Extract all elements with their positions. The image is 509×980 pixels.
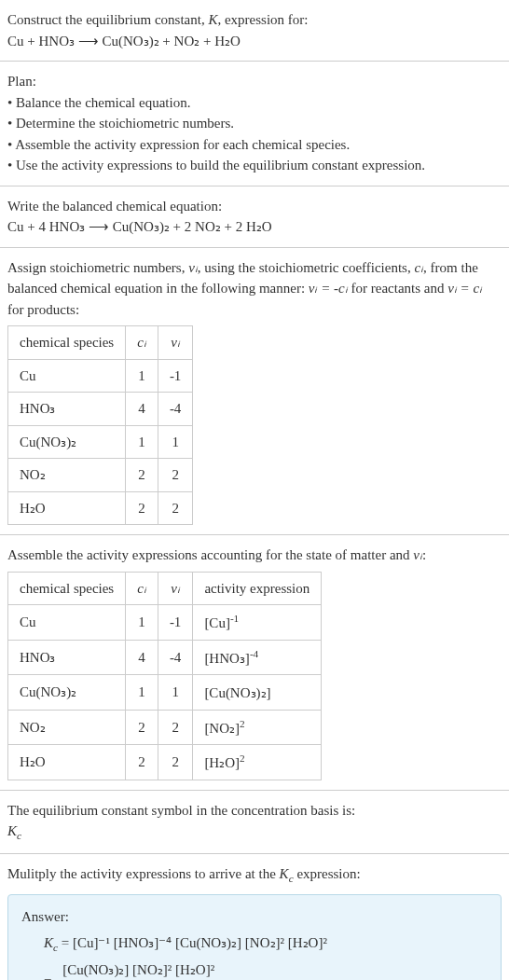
cell-ci: 1 <box>126 425 158 459</box>
expr-base: [HNO₃] <box>204 651 250 666</box>
multiply-pre: Mulitply the activity expressions to arr… <box>7 866 280 881</box>
answer-line1: Kc = [Cu]⁻¹ [HNO₃]⁻⁴ [Cu(NO₃)₂] [NO₂]² [… <box>44 932 488 956</box>
symbol-text: The equilibrium constant symbol in the c… <box>7 800 502 821</box>
table-row: Cu 1 -1 <box>8 359 193 393</box>
table-row: HNO₃ 4 -4 [HNO₃]-4 <box>8 640 322 675</box>
table-header-row: chemical species cᵢ νᵢ <box>8 326 193 360</box>
intro-equation: Cu + HNO₃ ⟶ Cu(NO₃)₂ + NO₂ + H₂O <box>7 31 502 52</box>
cell-species: HNO₃ <box>8 393 126 426</box>
answer-expr1: = [Cu]⁻¹ [HNO₃]⁻⁴ [Cu(NO₃)₂] [NO₂]² [H₂O… <box>58 935 327 950</box>
answer-eq: = <box>44 974 55 980</box>
table-row: HNO₃ 4 -4 <box>8 393 193 426</box>
balanced-heading: Write the balanced chemical equation: <box>7 196 502 217</box>
stoich-text-part: , using the stoichiometric coefficients, <box>198 260 415 275</box>
multiply-section: Mulitply the activity expressions to arr… <box>0 854 509 980</box>
expr-exp: -4 <box>250 648 258 659</box>
balanced-equation: Cu + 4 HNO₃ ⟶ Cu(NO₃)₂ + 2 NO₂ + 2 H₂O <box>7 216 502 238</box>
table-row: Cu 1 -1 [Cu]-1 <box>8 605 322 641</box>
cell-expr: [H₂O]2 <box>193 745 322 780</box>
plan-bullet: • Balance the chemical equation. <box>7 92 502 114</box>
activity-text: Assemble the activity expressions accoun… <box>7 545 502 566</box>
cell-ci: 4 <box>126 640 158 675</box>
cell-ci: 1 <box>126 359 158 393</box>
cell-species: NO₂ <box>8 710 126 745</box>
expr-exp: 2 <box>240 718 245 729</box>
th-ci: cᵢ <box>126 326 158 360</box>
th-ci: cᵢ <box>126 572 158 605</box>
cell-nui: 1 <box>158 675 193 711</box>
balanced-section: Write the balanced chemical equation: Cu… <box>0 186 509 248</box>
multiply-text: Mulitply the activity expressions to arr… <box>7 863 502 887</box>
cell-nui: 2 <box>158 710 193 745</box>
plan-bullet: • Determine the stoichiometric numbers. <box>7 113 502 134</box>
cell-nui: -4 <box>158 393 193 426</box>
cell-ci: 1 <box>126 605 158 641</box>
cell-nui: 2 <box>158 491 193 525</box>
kc-sub: c <box>17 830 21 841</box>
cell-nui: -1 <box>158 605 193 641</box>
stoich-text-part: Assign stoichiometric numbers, <box>7 260 188 275</box>
expr-base: [H₂O] <box>204 755 240 770</box>
cell-nui: -1 <box>158 359 193 393</box>
expr-exp: -1 <box>230 613 239 624</box>
cell-species: Cu <box>8 359 126 393</box>
th-nui: νᵢ <box>158 572 193 605</box>
cell-ci: 2 <box>126 745 158 780</box>
th-species: chemical species <box>8 326 126 360</box>
table-row: Cu(NO₃)₂ 1 1 <box>8 425 193 459</box>
activity-table: chemical species cᵢ νᵢ activity expressi… <box>7 572 322 780</box>
cell-ci: 2 <box>126 459 158 492</box>
stoich-nu: νᵢ <box>188 260 198 275</box>
cell-species: NO₂ <box>8 459 126 492</box>
th-species: chemical species <box>8 572 126 605</box>
cell-expr: [Cu]-1 <box>193 605 322 641</box>
intro-pre: Construct the equilibrium constant, <box>7 12 208 27</box>
plan-bullet: • Assemble the activity expression for e… <box>7 134 502 156</box>
intro-line1: Construct the equilibrium constant, K, e… <box>7 9 502 31</box>
kc-letter: K <box>44 935 53 950</box>
cell-expr: [Cu(NO₃)₂] <box>193 675 322 711</box>
cell-species: H₂O <box>8 745 126 780</box>
activity-section: Assemble the activity expressions accoun… <box>0 535 509 791</box>
intro-section: Construct the equilibrium constant, K, e… <box>0 0 509 62</box>
stoich-section: Assign stoichiometric numbers, νᵢ, using… <box>0 248 509 536</box>
expr-exp: 2 <box>240 752 245 764</box>
multiply-post: expression: <box>294 866 361 881</box>
table-row: NO₂ 2 2 <box>8 459 193 492</box>
stoich-text-part: for products: <box>7 302 79 317</box>
plan-heading: Plan: <box>7 71 502 92</box>
fraction-numerator: [Cu(NO₃)₂] [NO₂]² [H₂O]² <box>59 959 218 980</box>
stoich-eq-react: νᵢ = -cᵢ <box>309 281 348 296</box>
plan-section: Plan: • Balance the chemical equation. •… <box>0 62 509 186</box>
cell-species: H₂O <box>8 491 126 525</box>
cell-species: Cu <box>8 605 126 641</box>
cell-species: HNO₃ <box>8 640 126 675</box>
cell-species: Cu(NO₃)₂ <box>8 675 126 711</box>
symbol-kc: Kc <box>7 821 502 844</box>
answer-label: Answer: <box>21 906 488 928</box>
cell-nui: 2 <box>158 745 193 780</box>
stoich-c: cᵢ <box>414 260 423 275</box>
cell-nui: 1 <box>158 425 193 459</box>
cell-ci: 4 <box>126 393 158 426</box>
activity-nu: νᵢ <box>413 547 422 562</box>
stoich-text-part: for reactants and <box>348 281 447 296</box>
stoich-table: chemical species cᵢ νᵢ Cu 1 -1 HNO₃ 4 -4… <box>7 325 193 525</box>
expr-base: [NO₂] <box>204 721 240 736</box>
cell-expr: [HNO₃]-4 <box>193 640 322 675</box>
cell-ci: 2 <box>126 491 158 525</box>
kc-letter: K <box>280 866 289 881</box>
answer-content: Kc = [Cu]⁻¹ [HNO₃]⁻⁴ [Cu(NO₃)₂] [NO₂]² [… <box>44 932 488 980</box>
cell-species: Cu(NO₃)₂ <box>8 425 126 459</box>
th-expr: activity expression <box>193 572 322 605</box>
answer-box: Answer: Kc = [Cu]⁻¹ [HNO₃]⁻⁴ [Cu(NO₃)₂] … <box>7 894 502 980</box>
cell-ci: 1 <box>126 675 158 711</box>
table-header-row: chemical species cᵢ νᵢ activity expressi… <box>8 572 322 605</box>
cell-nui: 2 <box>158 459 193 492</box>
table-row: H₂O 2 2 [H₂O]2 <box>8 745 322 780</box>
answer-line2: = [Cu(NO₃)₂] [NO₂]² [H₂O]² [Cu] [HNO₃]⁴ <box>44 959 488 980</box>
th-nui: νᵢ <box>158 326 193 360</box>
intro-post: , expression for: <box>217 12 308 27</box>
table-row: Cu(NO₃)₂ 1 1 [Cu(NO₃)₂] <box>8 675 322 711</box>
activity-text-pre: Assemble the activity expressions accoun… <box>7 547 413 562</box>
